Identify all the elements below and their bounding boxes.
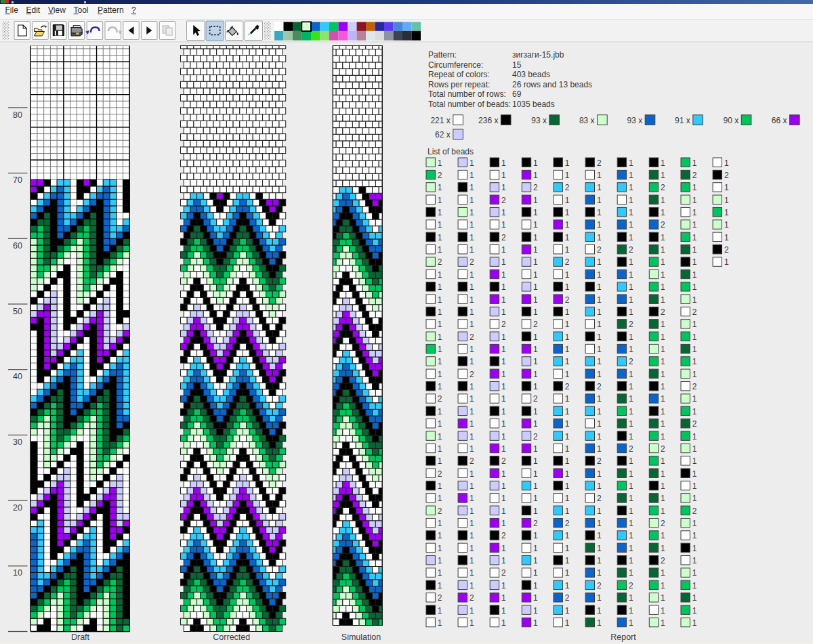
svg-text:1: 1	[533, 208, 538, 217]
svg-text:1: 1	[565, 494, 570, 503]
svg-text:1: 1	[661, 407, 665, 416]
svg-text:1: 1	[661, 282, 665, 292]
svg-text:1: 1	[661, 394, 665, 404]
svg-text:2: 2	[438, 469, 442, 479]
svg-text:1: 1	[661, 233, 665, 242]
svg-text:1: 1	[692, 370, 697, 379]
svg-text:1: 1	[661, 196, 665, 205]
svg-text:1: 1	[565, 581, 570, 591]
svg-text:2: 2	[661, 183, 665, 192]
svg-text:1: 1	[597, 270, 602, 280]
svg-text:1: 1	[533, 257, 538, 267]
svg-text:1: 1	[597, 394, 602, 404]
svg-text:1: 1	[470, 382, 474, 391]
svg-text:1: 1	[565, 606, 570, 616]
svg-text:1: 1	[661, 270, 665, 280]
svg-text:1: 1	[661, 469, 665, 479]
svg-text:2: 2	[629, 581, 633, 591]
svg-text:1: 1	[661, 456, 665, 466]
svg-text:1: 1	[597, 332, 602, 342]
svg-text:1: 1	[501, 357, 506, 366]
svg-text:1: 1	[692, 394, 697, 404]
svg-text:1: 1	[470, 419, 474, 429]
svg-text:1: 1	[597, 208, 602, 217]
svg-text:1: 1	[470, 568, 474, 578]
svg-text:1: 1	[533, 456, 538, 466]
svg-text:1: 1	[438, 382, 442, 391]
svg-text:1: 1	[533, 270, 538, 280]
svg-text:1: 1	[724, 220, 729, 230]
svg-text:1: 1	[629, 171, 633, 180]
svg-text:1: 1	[565, 208, 570, 217]
svg-text:1: 1	[629, 220, 633, 230]
svg-text:1: 1	[597, 307, 602, 317]
svg-text:1: 1	[629, 606, 633, 616]
svg-text:1: 1	[501, 581, 506, 591]
svg-text:1: 1	[629, 282, 633, 292]
svg-text:1: 1	[597, 295, 602, 305]
svg-text:1: 1	[661, 332, 665, 342]
svg-text:93 x: 93 x	[627, 116, 643, 125]
svg-text:1: 1	[629, 295, 633, 305]
svg-text:1: 1	[692, 568, 697, 578]
svg-text:1: 1	[565, 370, 570, 379]
svg-text:1: 1	[692, 270, 697, 280]
svg-text:2: 2	[501, 456, 506, 466]
svg-text:2: 2	[438, 257, 442, 267]
svg-text:2: 2	[597, 158, 602, 168]
svg-text:2: 2	[597, 456, 602, 466]
svg-text:1: 1	[501, 544, 506, 553]
svg-text:View: View	[48, 5, 66, 15]
svg-text:1: 1	[438, 245, 442, 255]
svg-text:1: 1	[470, 183, 474, 192]
svg-text:1: 1	[629, 531, 633, 540]
svg-text:2: 2	[565, 593, 570, 603]
svg-text:1: 1	[661, 320, 665, 329]
svg-text:1: 1	[565, 531, 570, 540]
svg-text:1: 1	[565, 307, 570, 317]
svg-text:1: 1	[692, 494, 697, 503]
svg-text:Total number of beads:: Total number of beads:	[428, 100, 511, 109]
svg-text:1: 1	[629, 407, 633, 416]
svg-text:1: 1	[501, 481, 506, 491]
svg-text:2: 2	[501, 568, 506, 578]
svg-text:80: 80	[13, 110, 22, 120]
svg-text:2: 2	[661, 307, 665, 317]
svg-text:Circumference:: Circumference:	[428, 60, 483, 70]
svg-text:Report: Report	[610, 632, 636, 642]
svg-text:1: 1	[597, 419, 602, 429]
svg-text:1: 1	[661, 593, 665, 603]
svg-text:2: 2	[724, 245, 729, 255]
svg-text:1: 1	[438, 432, 442, 442]
svg-text:1: 1	[629, 307, 633, 317]
svg-text:1: 1	[501, 494, 506, 503]
svg-text:1: 1	[661, 370, 665, 379]
svg-text:2: 2	[597, 494, 602, 503]
svg-text:1: 1	[501, 394, 506, 404]
svg-text:69: 69	[512, 89, 522, 99]
svg-text:1: 1	[533, 282, 538, 292]
svg-text:1: 1	[501, 208, 506, 217]
svg-text:1: 1	[470, 171, 474, 180]
svg-text:1: 1	[438, 295, 442, 305]
svg-text:1: 1	[438, 208, 442, 217]
svg-text:1: 1	[470, 469, 474, 479]
svg-text:1: 1	[629, 370, 633, 379]
svg-text:1: 1	[501, 432, 506, 442]
svg-text:1: 1	[629, 519, 633, 528]
svg-text:1: 1	[501, 507, 506, 516]
svg-text:1: 1	[629, 196, 633, 205]
svg-text:1: 1	[661, 531, 665, 540]
svg-text:1: 1	[533, 220, 538, 230]
svg-text:90 x: 90 x	[724, 116, 739, 125]
svg-text:1: 1	[438, 345, 442, 354]
svg-text:10: 10	[13, 568, 22, 578]
svg-text:1: 1	[597, 432, 602, 442]
svg-text:1: 1	[597, 469, 602, 479]
svg-text:1: 1	[438, 544, 442, 553]
svg-text:1: 1	[470, 270, 474, 280]
svg-text:1: 1	[629, 568, 633, 578]
svg-text:1: 1	[629, 544, 633, 553]
svg-text:1: 1	[629, 419, 633, 429]
svg-text:2: 2	[501, 233, 506, 242]
